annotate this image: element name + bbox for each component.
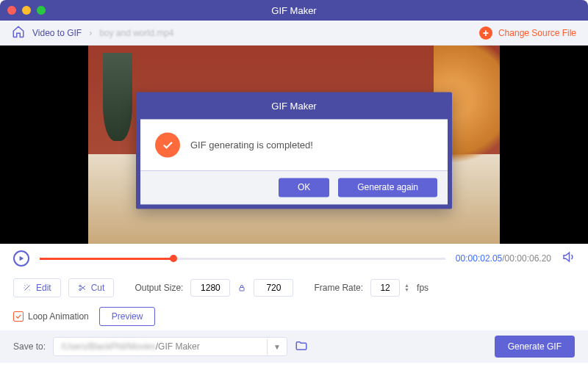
cut-label: Cut (91, 283, 105, 293)
playback-bar: 00:00:02.05/00:00:06.20 (0, 244, 588, 273)
breadcrumb-filename: boy and world.mp4 (99, 28, 173, 38)
svg-rect-2 (240, 288, 244, 291)
volume-icon[interactable] (562, 250, 575, 267)
save-to-label: Save to: (13, 341, 46, 352)
home-icon[interactable] (12, 25, 25, 41)
output-height-input[interactable] (254, 279, 293, 297)
dialog-ok-button[interactable]: OK (279, 178, 329, 197)
checkbox-checked-icon (13, 311, 24, 322)
magic-wand-icon (23, 283, 32, 292)
save-path-text: /Users/BlackPhil/Movies/GIF Maker (54, 338, 267, 355)
success-check-icon (155, 132, 180, 157)
dialog-message: GIF generating is completed! (190, 140, 313, 151)
loop-animation-checkbox[interactable]: Loop Animation (13, 311, 89, 322)
output-width-input[interactable] (190, 279, 230, 297)
play-button[interactable] (13, 250, 29, 267)
chevron-right-icon: › (89, 28, 92, 38)
plus-circle-icon: + (479, 26, 492, 40)
window-controls (7, 6, 46, 15)
frame-rate-label: Frame Rate: (314, 283, 363, 293)
progress-thumb[interactable] (170, 255, 177, 262)
progress-fill (40, 258, 173, 260)
app-title: GIF Maker (271, 5, 316, 16)
output-size-label: Output Size: (135, 283, 183, 293)
chevron-down-icon[interactable]: ▼ (267, 339, 287, 355)
output-controls-row: Edit Cut Output Size: Frame Rate: ▲▼ fps (0, 273, 588, 303)
save-path-dropdown[interactable]: /Users/BlackPhil/Movies/GIF Maker ▼ (53, 337, 287, 356)
video-preview-area: GIF Maker GIF generating is completed! O… (0, 46, 588, 244)
fps-label: fps (417, 283, 429, 293)
titlebar: GIF Maker (0, 0, 588, 21)
lock-icon[interactable] (237, 283, 246, 292)
chevron-down-icon[interactable]: ▼ (404, 288, 409, 292)
dialog-title: GIF Maker (140, 96, 448, 119)
preview-button[interactable]: Preview (99, 307, 156, 326)
time-display: 00:00:02.05/00:00:06.20 (456, 253, 551, 264)
progress-slider[interactable] (40, 258, 445, 260)
edit-button[interactable]: Edit (13, 278, 61, 297)
breadcrumb-video-to-gif[interactable]: Video to GIF (32, 28, 82, 38)
completion-dialog: GIF Maker GIF generating is completed! O… (136, 92, 452, 209)
save-bar: Save to: /Users/BlackPhil/Movies/GIF Mak… (0, 330, 588, 363)
current-time: 00:00:02.05 (456, 253, 502, 264)
edit-label: Edit (36, 283, 51, 293)
change-source-label: Change Source File (498, 28, 576, 38)
frame-rate-stepper[interactable]: ▲▼ (404, 283, 409, 292)
total-time: /00:00:06.20 (502, 253, 551, 264)
generate-gif-button[interactable]: Generate GIF (495, 336, 575, 358)
dialog-generate-again-button[interactable]: Generate again (338, 178, 437, 197)
scissors-icon (78, 283, 87, 292)
animation-controls-row: Loop Animation Preview (0, 303, 588, 330)
folder-icon (295, 339, 308, 352)
change-source-file-button[interactable]: + Change Source File (479, 26, 576, 40)
minimize-window-button[interactable] (22, 6, 31, 15)
open-folder-button[interactable] (295, 339, 308, 355)
loop-animation-label: Loop Animation (28, 311, 89, 322)
breadcrumb-bar: Video to GIF › boy and world.mp4 + Chang… (0, 21, 588, 46)
frame-rate-input[interactable] (370, 279, 400, 297)
maximize-window-button[interactable] (37, 6, 46, 15)
close-window-button[interactable] (7, 6, 16, 15)
cut-button[interactable]: Cut (68, 278, 115, 297)
